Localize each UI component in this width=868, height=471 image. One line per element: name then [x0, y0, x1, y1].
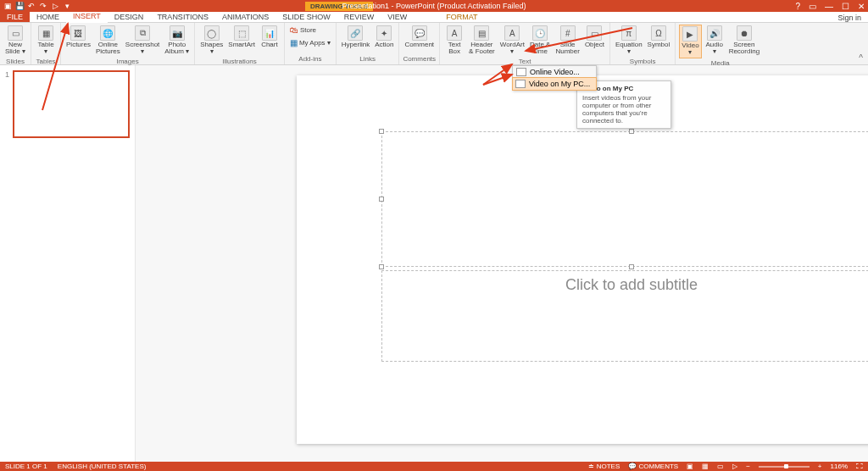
tab-file[interactable]: FILE — [0, 12, 30, 22]
action-button[interactable]: ✦Action — [373, 25, 395, 49]
collapse-ribbon-icon[interactable]: ^ — [859, 53, 863, 63]
zoom-level[interactable]: 116% — [831, 463, 848, 470]
new-slide-button[interactable]: ▭New Slide ▾ — [3, 25, 27, 57]
status-slide-info[interactable]: SLIDE 1 OF 1 — [5, 463, 47, 470]
header-footer-button[interactable]: ▤Header & Footer — [467, 25, 497, 57]
video-button[interactable]: ▶Video ▾ — [679, 25, 701, 58]
photo-album-button[interactable]: 📷Photo Album ▾ — [163, 25, 191, 57]
equation-button[interactable]: πEquation ▾ — [614, 25, 644, 57]
slide-thumbnail-panel[interactable]: 1 — [0, 65, 136, 462]
chart-icon: 📊 — [262, 25, 277, 41]
subtitle-placeholder[interactable]: Click to add subtitle — [381, 270, 868, 362]
tab-home[interactable]: HOME — [30, 12, 66, 22]
smartart-icon: ⬚ — [234, 25, 249, 41]
workspace: 1 Click to add subtitle — [0, 65, 868, 462]
tooltip-body: Insert videos from your computer or from… — [582, 94, 665, 125]
online-pictures-icon: 🌐 — [100, 25, 115, 41]
pictures-button[interactable]: 🖼Pictures — [64, 25, 92, 57]
resize-handle[interactable] — [629, 129, 634, 134]
ribbon: ▭New Slide ▾ Slides ▦Table ▾ Tables 🖼Pic… — [0, 23, 868, 65]
tab-view[interactable]: VIEW — [381, 12, 414, 22]
comments-button[interactable]: 💬 COMMENTS — [628, 463, 678, 470]
zoom-out-icon[interactable]: − — [746, 463, 750, 470]
quick-access-toolbar: ▣ 💾 ↶ ↷ ▷ ▾ — [0, 2, 71, 10]
object-button[interactable]: ▭Object — [583, 25, 606, 57]
slide-number-button[interactable]: #Slide Number — [554, 25, 581, 57]
restore-icon[interactable]: ☐ — [842, 2, 849, 11]
group-tables: ▦Table ▾ Tables — [31, 23, 61, 64]
resize-handle[interactable] — [379, 129, 384, 134]
window-buttons: ? ▭ — ☐ ✕ — [795, 2, 865, 11]
group-slides: ▭New Slide ▾ Slides — [0, 23, 31, 64]
zoom-in-icon[interactable]: + — [818, 463, 822, 470]
slide-canvas[interactable]: Click to add subtitle — [297, 75, 868, 444]
action-icon: ✦ — [376, 25, 392, 41]
save-icon[interactable]: 💾 — [15, 2, 24, 10]
group-media: ▶Video ▾ 🔊Audio ▾ ⏺Screen Recording Medi… — [676, 23, 765, 64]
subtitle-placeholder-text: Click to add subtitle — [565, 276, 698, 294]
table-button[interactable]: ▦Table ▾ — [35, 25, 57, 57]
undo-icon[interactable]: ↶ — [27, 2, 36, 10]
resize-handle[interactable] — [629, 264, 634, 269]
tab-transitions[interactable]: TRANSITIONS — [150, 12, 215, 22]
video-on-my-pc-menu-item[interactable]: Video on My PC... — [512, 77, 597, 91]
my-apps-button[interactable]: ▦My Apps ▾ — [288, 37, 332, 48]
hyperlink-button[interactable]: 🔗Hyperlink — [340, 25, 371, 49]
smartart-button[interactable]: ⬚SmartArt — [226, 25, 257, 57]
online-video-icon — [516, 68, 526, 76]
resize-handle[interactable] — [379, 197, 384, 202]
tab-format[interactable]: FORMAT — [439, 12, 484, 22]
close-icon[interactable]: ✕ — [858, 2, 865, 11]
thumbnail-slide[interactable] — [13, 70, 130, 138]
online-video-menu-item[interactable]: Online Video... — [513, 66, 596, 78]
tab-design[interactable]: DESIGN — [108, 12, 151, 22]
audio-icon: 🔊 — [707, 25, 722, 41]
photo-album-icon: 📷 — [170, 25, 185, 41]
text-box-button[interactable]: AText Box — [443, 25, 465, 57]
qat-customize-icon[interactable]: ▾ — [63, 2, 71, 10]
status-language[interactable]: ENGLISH (UNITED STATES) — [58, 463, 147, 470]
store-icon: 🛍 — [290, 25, 298, 35]
tab-insert[interactable]: INSERT — [66, 11, 108, 23]
redo-icon[interactable]: ↷ — [39, 2, 47, 10]
tab-animations[interactable]: ANIMATIONS — [215, 12, 275, 22]
tab-review[interactable]: REVIEW — [337, 12, 381, 22]
slide-sorter-view-icon[interactable]: ▦ — [702, 463, 709, 470]
group-symbols: πEquation ▾ ΩSymbol Symbols — [610, 23, 676, 64]
online-pictures-button[interactable]: 🌐Online Pictures — [94, 25, 122, 57]
start-from-beginning-icon[interactable]: ▷ — [51, 2, 59, 10]
slide-editor[interactable]: Click to add subtitle — [136, 65, 868, 462]
screen-recording-button[interactable]: ⏺Screen Recording — [727, 25, 761, 58]
help-icon[interactable]: ? — [795, 2, 800, 11]
wordart-button[interactable]: AWordArt ▾ — [498, 25, 526, 57]
store-button[interactable]: 🛍Store — [288, 25, 332, 36]
screenshot-button[interactable]: ⧉Screenshot ▾ — [124, 25, 161, 57]
normal-view-icon[interactable]: ▣ — [687, 463, 693, 470]
my-apps-icon: ▦ — [290, 38, 298, 47]
zoom-slider[interactable] — [759, 466, 810, 468]
ribbon-display-options-icon[interactable]: ▭ — [809, 2, 816, 11]
sign-in-link[interactable]: Sign in — [837, 14, 868, 22]
thumbnail-number: 1 — [5, 70, 9, 138]
chart-button[interactable]: 📊Chart — [259, 25, 281, 57]
date-time-button[interactable]: 🕒Date & Time — [528, 25, 552, 57]
ribbon-tabs: FILE HOME INSERT DESIGN TRANSITIONS ANIM… — [0, 12, 868, 23]
symbol-button[interactable]: ΩSymbol — [646, 25, 672, 57]
audio-button[interactable]: 🔊Audio ▾ — [704, 25, 726, 58]
group-images: 🖼Pictures 🌐Online Pictures ⧉Screenshot ▾… — [61, 23, 195, 64]
symbol-icon: Ω — [651, 25, 666, 41]
hyperlink-icon: 🔗 — [348, 25, 363, 41]
tab-slideshow[interactable]: SLIDE SHOW — [275, 12, 337, 22]
slideshow-view-icon[interactable]: ▷ — [732, 463, 737, 470]
comment-button[interactable]: 💬Comment — [403, 25, 436, 49]
resize-handle[interactable] — [379, 264, 384, 269]
title-placeholder[interactable] — [381, 131, 868, 267]
notes-button[interactable]: ≐ NOTES — [588, 463, 620, 470]
shapes-icon: ◯ — [204, 25, 220, 41]
fit-to-window-icon[interactable]: ⛶ — [856, 463, 863, 470]
screen-recording-icon: ⏺ — [737, 25, 752, 41]
reading-view-icon[interactable]: ▭ — [717, 463, 724, 470]
minimize-icon[interactable]: — — [825, 2, 833, 11]
shapes-button[interactable]: ◯Shapes ▾ — [198, 25, 225, 57]
thumbnail-item[interactable]: 1 — [5, 70, 130, 138]
